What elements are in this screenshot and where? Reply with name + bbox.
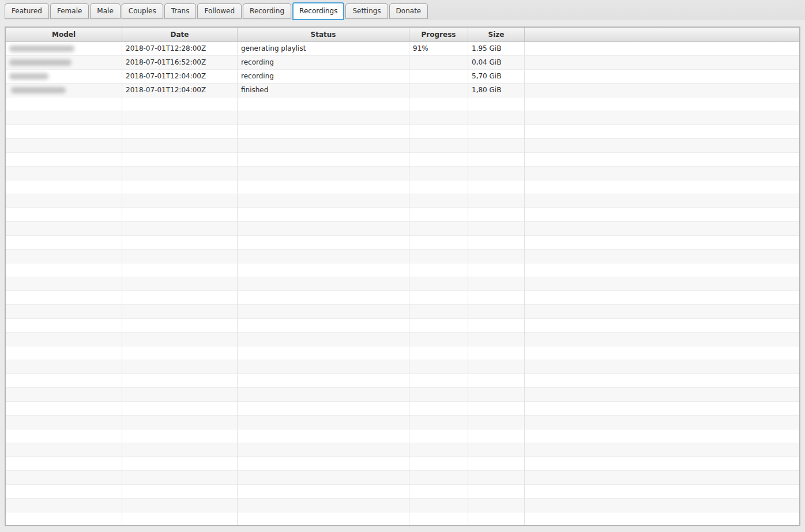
tab-donate[interactable]: Donate: [389, 3, 428, 19]
spacer-cell: [525, 56, 799, 69]
date-cell: 2018-07-01T12:04:00Z: [122, 70, 238, 83]
empty-column: [238, 97, 409, 525]
tab-followed[interactable]: Followed: [197, 3, 242, 19]
size-cell: 0,04 GiB: [468, 56, 525, 69]
empty-column: [525, 97, 799, 525]
progress-cell: 91%: [409, 42, 468, 55]
progress-cell: [409, 84, 468, 97]
empty-column: [6, 97, 122, 525]
redacted-model-name: [9, 46, 74, 52]
empty-column: [122, 97, 238, 525]
size-cell: 1,95 GiB: [468, 42, 525, 55]
tab-recording[interactable]: Recording: [243, 3, 291, 19]
table-header-row: Model Date Status Progress Size: [6, 28, 799, 42]
tab-bar: Featured Female Male Couples Trans Follo…: [5, 0, 805, 20]
size-cell: 5,70 GiB: [468, 70, 525, 83]
date-cell: 2018-07-01T12:28:00Z: [122, 42, 238, 55]
tab-male[interactable]: Male: [90, 3, 120, 19]
model-cell: [6, 70, 122, 83]
progress-cell: [409, 70, 468, 83]
column-header-spacer: [525, 28, 799, 41]
tab-settings[interactable]: Settings: [345, 3, 388, 19]
progress-cell: [409, 56, 468, 69]
model-cell: [6, 42, 122, 55]
empty-rows-area: [6, 97, 799, 525]
empty-column: [409, 97, 468, 525]
recording-row[interactable]: 2018-07-01T12:04:00Z recording 5,70 GiB: [6, 70, 799, 84]
status-cell: finished: [238, 84, 409, 97]
status-cell: generating playlist: [238, 42, 409, 55]
redacted-model-name: [9, 73, 48, 80]
status-cell: recording: [238, 56, 409, 69]
column-header-size[interactable]: Size: [468, 28, 525, 41]
table-body: 2018-07-01T12:28:00Z generating playlist…: [6, 42, 799, 97]
tab-recordings[interactable]: Recordings: [292, 2, 344, 20]
spacer-cell: [525, 42, 799, 55]
recordings-app-window: Featured Female Male Couples Trans Follo…: [0, 0, 805, 532]
redacted-model-name: [11, 87, 66, 93]
column-header-model[interactable]: Model: [6, 28, 122, 41]
column-header-progress[interactable]: Progress: [409, 28, 468, 41]
date-cell: 2018-07-01T16:52:00Z: [122, 56, 238, 69]
spacer-cell: [525, 84, 799, 97]
recordings-table: Model Date Status Progress Size 2018-07-…: [5, 27, 800, 526]
tab-female[interactable]: Female: [50, 3, 89, 19]
tab-couples[interactable]: Couples: [122, 3, 163, 19]
status-cell: recording: [238, 70, 409, 83]
empty-column: [468, 97, 525, 525]
recording-row[interactable]: 2018-07-01T12:04:00Z finished 1,80 GiB: [6, 84, 799, 97]
recording-row[interactable]: 2018-07-01T16:52:00Z recording 0,04 GiB: [6, 56, 799, 70]
column-header-date[interactable]: Date: [122, 28, 238, 41]
column-header-status[interactable]: Status: [238, 28, 409, 41]
recording-row[interactable]: 2018-07-01T12:28:00Z generating playlist…: [6, 42, 799, 56]
date-cell: 2018-07-01T12:04:00Z: [122, 84, 238, 97]
model-cell: [6, 84, 122, 97]
spacer-cell: [525, 70, 799, 83]
tab-trans[interactable]: Trans: [164, 3, 197, 19]
redacted-model-name: [9, 59, 72, 66]
model-cell: [6, 56, 122, 69]
size-cell: 1,80 GiB: [468, 84, 525, 97]
tab-featured[interactable]: Featured: [5, 3, 49, 19]
